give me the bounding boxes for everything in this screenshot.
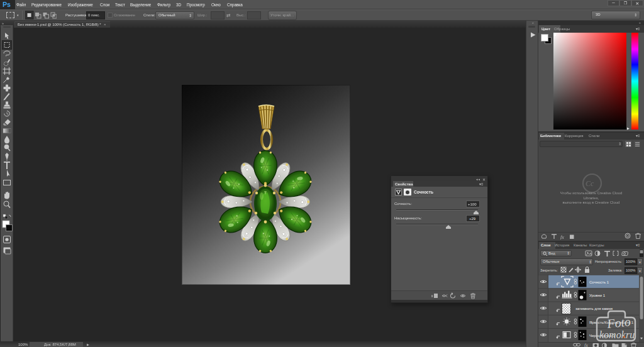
svg-text:Cc: Cc: [586, 179, 594, 188]
svg-text:fx: fx: [560, 234, 564, 240]
svg-text:Сочность 1: Сочность 1: [589, 280, 609, 284]
svg-text:fx: fx: [584, 343, 588, 347]
svg-text:Foto: Foto: [606, 314, 631, 331]
svg-text:Уровни 1: Уровни 1: [589, 294, 606, 297]
svg-text:komok: komok: [599, 329, 626, 340]
svg-text:ru: ru: [626, 329, 635, 340]
